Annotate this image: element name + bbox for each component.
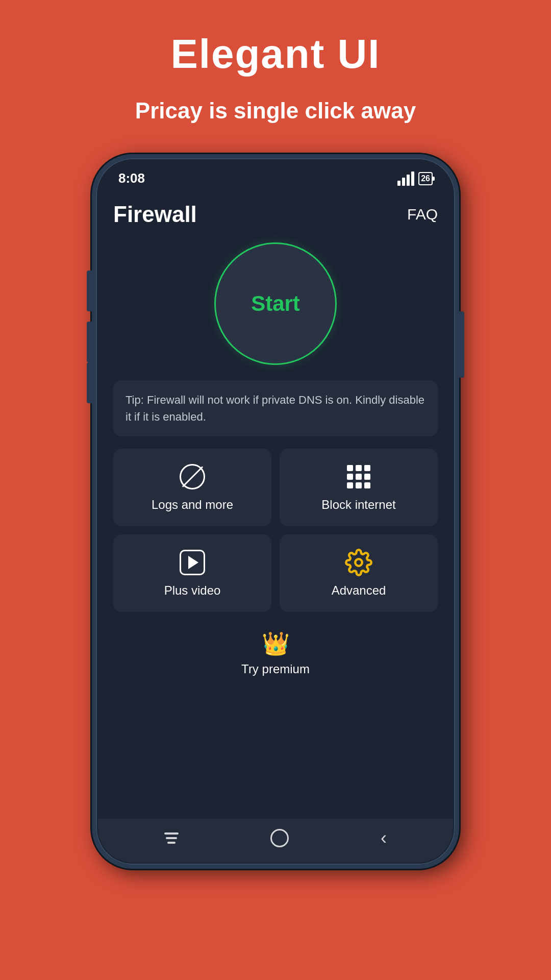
plus-video-icon (179, 549, 206, 576)
premium-section[interactable]: 👑 Try premium (113, 620, 438, 687)
start-button-container: Start (113, 242, 438, 365)
play-triangle-icon (188, 556, 198, 569)
advanced-icon (345, 549, 372, 576)
plus-video-button[interactable]: Plus video (113, 534, 271, 612)
grid-row-2: Plus video Advanced (113, 534, 438, 612)
block-internet-label: Block internet (321, 498, 395, 512)
crown-icon: 👑 (262, 630, 290, 657)
logs-label: Logs and more (152, 498, 233, 512)
status-bar: 8:08 26 (98, 160, 453, 191)
phone-screen-inner: 8:08 26 (98, 160, 453, 863)
phone-screen: 8:08 26 (98, 160, 453, 863)
grid-row-1: Logs and more Block internet (113, 449, 438, 526)
advanced-label: Advanced (332, 583, 386, 598)
logs-button[interactable]: Logs and more (113, 449, 271, 526)
nav-back-button[interactable]: ‹ (381, 829, 387, 847)
advanced-button[interactable]: Advanced (280, 534, 438, 612)
block-internet-button[interactable]: Block internet (280, 449, 438, 526)
premium-label: Try premium (241, 662, 310, 676)
start-button[interactable]: Start (214, 242, 337, 365)
logs-icon (179, 463, 206, 491)
circle-slash-icon (180, 464, 205, 489)
nav-recent-apps[interactable] (164, 832, 179, 844)
main-title: Elegant UI (92, 31, 459, 78)
tip-text: Tip: Firewall will not work if private D… (126, 394, 424, 423)
gear-icon (345, 549, 372, 576)
phone-wrapper: 8:08 26 (92, 154, 459, 869)
faq-link[interactable]: FAQ (407, 206, 438, 223)
nav-bar: ‹ (98, 819, 453, 863)
app-header: Firewall FAQ (113, 202, 438, 227)
start-button-label: Start (251, 291, 300, 316)
svg-point-0 (355, 559, 362, 566)
app-content: Firewall FAQ Start Tip: Firewall will no… (98, 191, 453, 819)
status-icons: 26 (397, 172, 433, 186)
nav-lines-icon (164, 832, 179, 844)
page-header: Elegant UI Pricay is single click away (92, 0, 459, 124)
nav-home-button[interactable] (270, 829, 289, 847)
page-background: Elegant UI Pricay is single click away 8… (92, 0, 459, 869)
app-title: Firewall (113, 202, 197, 227)
status-time: 8:08 (118, 170, 145, 186)
signal-icon (397, 172, 414, 186)
battery-icon: 26 (418, 172, 433, 185)
nav-back-icon: ‹ (381, 829, 387, 847)
sub-title: Pricay is single click away (92, 98, 459, 124)
tip-box: Tip: Firewall will not work if private D… (113, 380, 438, 436)
play-icon (180, 550, 205, 575)
plus-video-label: Plus video (164, 583, 221, 598)
block-internet-icon (345, 463, 372, 491)
nav-home-icon (270, 829, 289, 847)
dots-grid-icon (347, 465, 370, 488)
